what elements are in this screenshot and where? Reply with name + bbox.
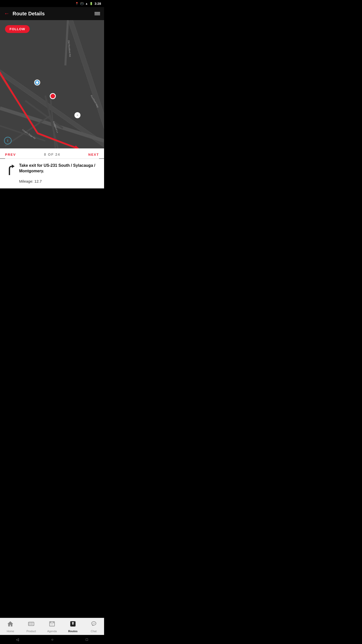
follow-button[interactable]: FOLLOW — [5, 25, 30, 33]
location-icon: 📍 — [75, 2, 79, 5]
page-title: Route Details — [13, 11, 95, 17]
header: ← Route Details — [0, 7, 104, 20]
turn-right-icon — [5, 164, 15, 176]
map-svg: Old Rockford Rd Rocky Ridge Rd Rockford … — [0, 20, 104, 148]
svg-point-19 — [36, 81, 38, 84]
info-icon: i — [7, 139, 8, 143]
step-navigation: PREV 8 OF 24 NEXT — [0, 148, 104, 158]
mileage-text: Mileage: 12.7 — [19, 179, 99, 183]
directions-text-block: Take exit for US-231 South / Sylacauga /… — [19, 163, 99, 183]
map-view[interactable]: Old Rockford Rd Rocky Ridge Rd Rockford … — [0, 20, 104, 148]
vibrate-icon: 📳 — [80, 2, 84, 5]
info-button[interactable]: i — [4, 137, 12, 144]
directions-main-text: Take exit for US-231 South / Sylacauga /… — [19, 163, 99, 174]
signal-icon: ▲ — [85, 2, 88, 5]
status-time: 3:28 — [95, 2, 101, 6]
step-counter: 8 OF 24 — [44, 152, 60, 156]
menu-button[interactable] — [95, 12, 100, 15]
directions-detail: Take exit for US-231 South / Sylacauga /… — [0, 159, 104, 188]
back-button[interactable]: ← — [4, 11, 10, 16]
svg-point-24 — [77, 114, 78, 116]
next-button[interactable]: NEXT — [88, 153, 99, 156]
battery-icon: 🔋 — [89, 2, 93, 5]
status-bar: 📍 📳 ▲ 🔋 3:28 — [0, 0, 104, 7]
prev-button[interactable]: PREV — [5, 153, 16, 156]
svg-point-21 — [51, 94, 55, 98]
